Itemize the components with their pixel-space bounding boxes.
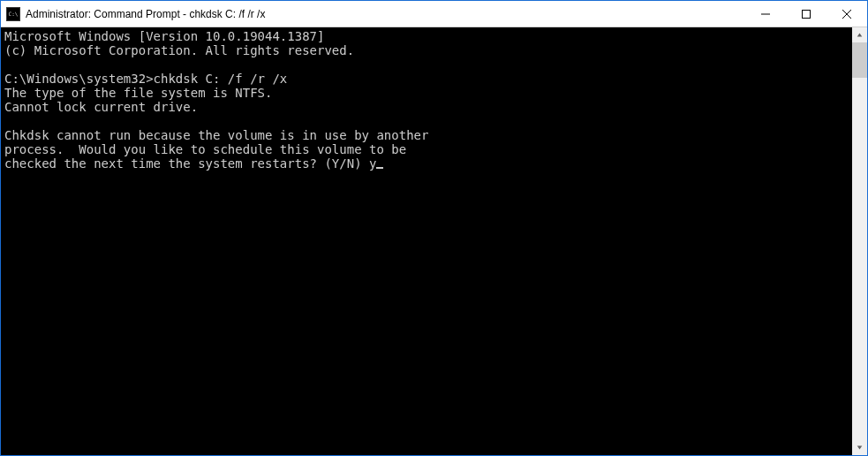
cursor-icon bbox=[376, 167, 383, 169]
svg-marker-4 bbox=[857, 33, 863, 36]
console-output[interactable]: Microsoft Windows [Version 10.0.19044.13… bbox=[1, 27, 852, 455]
output-line: Cannot lock current drive. bbox=[4, 100, 198, 114]
output-line: (c) Microsoft Corporation. All rights re… bbox=[4, 43, 354, 57]
cmd-window: Administrator: Command Prompt - chkdsk C… bbox=[0, 0, 868, 456]
maximize-button[interactable] bbox=[786, 1, 826, 27]
window-controls bbox=[745, 1, 867, 27]
vertical-scrollbar[interactable] bbox=[852, 27, 867, 455]
output-line: The type of the file system is NTFS. bbox=[4, 86, 272, 100]
cmd-icon bbox=[6, 7, 20, 21]
output-line: Chkdsk cannot run because the volume is … bbox=[4, 128, 428, 142]
output-line: process. Would you like to schedule this… bbox=[4, 142, 406, 156]
svg-marker-5 bbox=[857, 445, 863, 449]
scroll-track[interactable] bbox=[852, 42, 867, 440]
scroll-up-button[interactable] bbox=[852, 27, 867, 42]
titlebar[interactable]: Administrator: Command Prompt - chkdsk C… bbox=[1, 1, 867, 27]
user-input: y bbox=[369, 156, 376, 171]
svg-rect-1 bbox=[803, 10, 811, 18]
close-button[interactable] bbox=[826, 1, 867, 27]
console-area: Microsoft Windows [Version 10.0.19044.13… bbox=[1, 27, 867, 455]
output-line: Microsoft Windows [Version 10.0.19044.13… bbox=[4, 29, 324, 43]
prompt-line: C:\Windows\system32>chkdsk C: /f /r /x bbox=[4, 72, 287, 86]
window-title: Administrator: Command Prompt - chkdsk C… bbox=[26, 8, 745, 20]
output-line: checked the next time the system restart… bbox=[4, 156, 369, 171]
minimize-button[interactable] bbox=[745, 1, 786, 27]
scroll-thumb[interactable] bbox=[852, 42, 867, 78]
scroll-down-button[interactable] bbox=[852, 440, 867, 455]
